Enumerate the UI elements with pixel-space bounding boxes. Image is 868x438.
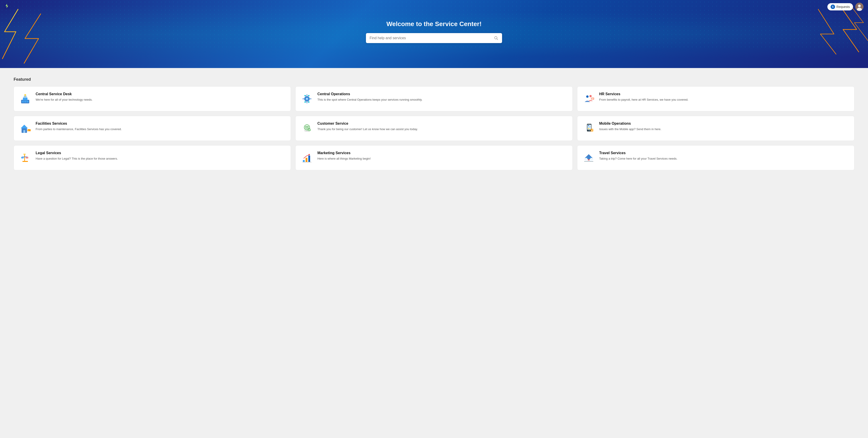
svg-rect-19 (307, 102, 307, 103)
card-description-central-operations: This is the spot where Central Operation… (317, 98, 423, 102)
svg-point-28 (589, 95, 592, 97)
card-marketing-services[interactable]: Marketing Services Here is where all thi… (296, 145, 572, 170)
svg-rect-18 (307, 94, 307, 96)
card-title-hr-services: HR Services (599, 92, 688, 96)
user-avatar[interactable] (855, 3, 864, 11)
svg-rect-35 (27, 129, 31, 131)
requests-count-badge: 5 (831, 4, 835, 9)
search-input[interactable] (370, 36, 492, 40)
card-description-central-service-desk: We're here for all of your technology ne… (36, 98, 93, 102)
card-title-mobile-operations: Mobile Operations (599, 122, 661, 126)
hero-section: 5 Requests (0, 0, 868, 68)
card-customer-service[interactable]: Customer Service Thank you for being our… (296, 116, 572, 141)
svg-rect-49 (591, 129, 593, 132)
svg-point-37 (28, 130, 29, 131)
main-content: Featured Central Service Desk We're here… (0, 68, 868, 179)
hero-content: Welcome to the Service Center! (366, 21, 502, 43)
card-icon-mobile-operations (582, 122, 595, 135)
card-description-customer-service: Thank you for being our customer! Let us… (317, 127, 418, 132)
card-title-legal-services: Legal Services (36, 151, 118, 155)
svg-point-40 (307, 126, 309, 128)
card-text-facilities-services: Facilities Services From parties to main… (36, 122, 122, 132)
card-description-hr-services: From benefits to payroll, here at HR Ser… (599, 98, 688, 102)
svg-rect-47 (588, 127, 590, 128)
svg-point-39 (305, 126, 307, 128)
card-description-facilities-services: From parties to maintenance, Facilities … (36, 127, 122, 132)
card-description-marketing-services: Here is where all things Marketing begin… (317, 157, 371, 161)
svg-rect-14 (27, 101, 28, 102)
card-text-customer-service: Customer Service Thank you for being our… (317, 122, 418, 132)
card-text-mobile-operations: Mobile Operations Issues with the Mobile… (599, 122, 661, 132)
card-icon-marketing-services (300, 151, 314, 165)
svg-point-22 (305, 95, 306, 96)
svg-rect-50 (24, 154, 25, 161)
svg-rect-62 (302, 162, 311, 162)
svg-rect-20 (302, 98, 304, 99)
svg-point-3 (858, 4, 861, 7)
card-legal-services[interactable]: Legal Services Have a question for Legal… (13, 145, 291, 170)
card-text-central-service-desk: Central Service Desk We're here for all … (36, 92, 93, 102)
card-title-travel-services: Travel Services (599, 151, 677, 155)
card-title-central-service-desk: Central Service Desk (36, 92, 93, 96)
card-text-marketing-services: Marketing Services Here is where all thi… (317, 151, 371, 161)
card-icon-central-operations (300, 92, 314, 106)
card-icon-hr-services (582, 92, 595, 106)
card-icon-travel-services (582, 151, 595, 165)
svg-rect-13 (24, 101, 26, 102)
svg-rect-46 (588, 126, 591, 127)
svg-rect-29 (591, 98, 594, 100)
card-text-travel-services: Travel Services Taking a trip? Come here… (599, 151, 677, 161)
card-description-mobile-operations: Issues with the Mobile app? Send them in… (599, 127, 661, 132)
card-central-operations[interactable]: Central Operations This is the spot wher… (296, 87, 572, 111)
card-facilities-services[interactable]: Facilities Services From parties to main… (13, 116, 291, 141)
hero-title: Welcome to the Service Center! (366, 21, 502, 28)
svg-point-41 (308, 128, 311, 131)
card-title-customer-service: Customer Service (317, 122, 418, 126)
svg-point-25 (308, 101, 309, 103)
card-icon-facilities-services (19, 122, 32, 135)
svg-rect-45 (588, 125, 589, 126)
svg-point-24 (305, 101, 306, 103)
card-title-central-operations: Central Operations (317, 92, 423, 96)
svg-point-44 (589, 130, 590, 131)
svg-rect-34 (23, 130, 25, 133)
card-hr-services[interactable]: HR Services From benefits to payroll, he… (577, 87, 855, 111)
svg-rect-12 (22, 101, 24, 102)
card-icon-legal-services (19, 151, 32, 165)
svg-line-6 (497, 39, 498, 40)
svg-rect-64 (588, 159, 590, 161)
svg-point-27 (586, 95, 589, 98)
svg-marker-33 (21, 125, 28, 128)
svg-rect-60 (308, 156, 310, 162)
card-text-central-operations: Central Operations This is the spot wher… (317, 92, 423, 102)
card-description-travel-services: Taking a trip? Come here for all your Tr… (599, 157, 677, 161)
card-travel-services[interactable]: Travel Services Taking a trip? Come here… (577, 145, 855, 170)
svg-point-55 (26, 158, 28, 159)
svg-point-61 (309, 154, 310, 155)
svg-point-54 (21, 158, 24, 159)
svg-rect-21 (310, 98, 311, 99)
card-icon-customer-service (300, 122, 314, 135)
svg-rect-57 (23, 154, 26, 155)
search-bar (366, 33, 502, 43)
card-text-hr-services: HR Services From benefits to payroll, he… (599, 92, 688, 102)
card-central-service-desk[interactable]: Central Service Desk We're here for all … (13, 87, 291, 111)
svg-rect-56 (23, 161, 28, 162)
svg-point-10 (24, 94, 26, 96)
cards-grid: Central Service Desk We're here for all … (13, 87, 855, 170)
requests-button[interactable]: 5 Requests (827, 3, 853, 10)
card-description-legal-services: Have a question for Legal? This is the p… (36, 157, 118, 161)
svg-point-17 (306, 98, 308, 100)
svg-point-23 (308, 95, 309, 96)
svg-rect-59 (306, 158, 307, 162)
card-title-facilities-services: Facilities Services (36, 122, 122, 126)
card-text-legal-services: Legal Services Have a question for Legal… (36, 151, 118, 161)
card-icon-central-service-desk (19, 92, 32, 106)
svg-point-48 (588, 128, 589, 129)
card-title-marketing-services: Marketing Services (317, 151, 371, 155)
card-mobile-operations[interactable]: Mobile Operations Issues with the Mobile… (577, 116, 855, 141)
top-nav: 5 Requests (827, 3, 864, 11)
search-icon (494, 36, 498, 40)
requests-label: Requests (836, 5, 850, 9)
featured-title: Featured (13, 77, 855, 82)
